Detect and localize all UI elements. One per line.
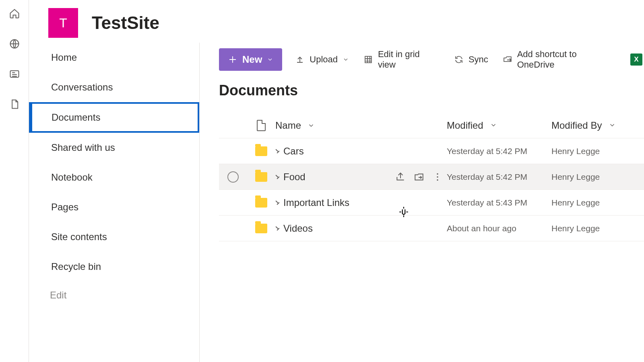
modified-cell: Yesterday at 5:43 PM <box>447 198 551 208</box>
modifiedby-cell: Henry Legge <box>551 146 644 156</box>
document-list: Name Modified Modified By <box>219 113 644 241</box>
svg-point-3 <box>437 173 438 174</box>
content-area: New Upload Edit in grid view Sync <box>200 43 644 362</box>
table-row[interactable]: CarsYesterday at 5:42 PMHenry Legge <box>219 138 644 164</box>
plus-icon <box>228 55 237 64</box>
edit-grid-view-label: Edit in grid view <box>378 49 440 70</box>
table-row[interactable]: VideosAbout an hour agoHenry Legge <box>219 216 644 241</box>
item-name[interactable]: Important Links <box>283 197 349 208</box>
modifiedby-column-header[interactable]: Modified By <box>551 120 644 131</box>
link-overlay-icon <box>275 174 281 180</box>
chevron-down-icon <box>343 56 349 63</box>
command-bar: New Upload Edit in grid view Sync <box>219 43 644 82</box>
sync-button-label: Sync <box>469 54 488 65</box>
app-rail <box>0 0 29 362</box>
site-header: T TestSite <box>29 0 644 43</box>
news-icon[interactable] <box>9 68 20 82</box>
link-overlay-icon <box>275 200 281 206</box>
link-overlay-icon <box>275 226 281 231</box>
site-title: TestSite <box>92 13 159 33</box>
modified-column-label: Modified <box>447 120 483 131</box>
nav-item-site-contents[interactable]: Site contents <box>29 222 199 252</box>
link-overlay-icon <box>275 148 281 154</box>
upload-button-label: Upload <box>310 54 338 65</box>
item-name[interactable]: Videos <box>283 223 313 234</box>
name-column-header[interactable]: Name <box>275 120 366 131</box>
add-shortcut-label: Add shortcut to OneDrive <box>517 49 616 70</box>
table-row[interactable]: Important LinksYesterday at 5:43 PMHenry… <box>219 190 644 216</box>
move-to-icon[interactable] <box>414 172 424 182</box>
chevron-down-icon <box>609 121 616 129</box>
upload-icon <box>295 55 305 64</box>
nav-item-notebook[interactable]: Notebook <box>29 162 199 192</box>
nav-edit-link[interactable]: Edit <box>29 282 199 301</box>
site-tile[interactable]: T <box>48 8 78 38</box>
page-title: Documents <box>219 82 644 99</box>
modified-cell: Yesterday at 5:42 PM <box>447 172 551 182</box>
folder-icon <box>255 146 267 156</box>
nav-item-shared-with-us[interactable]: Shared with us <box>29 133 199 162</box>
modifiedby-cell: Henry Legge <box>551 198 644 208</box>
folder-icon <box>255 198 267 208</box>
new-button[interactable]: New <box>219 48 282 71</box>
export-excel-button[interactable]: X <box>629 51 644 68</box>
nav-item-home[interactable]: Home <box>29 43 199 72</box>
nav-item-documents[interactable]: Documents <box>29 102 199 133</box>
nav-item-pages[interactable]: Pages <box>29 192 199 222</box>
folder-icon <box>255 172 267 182</box>
name-column-label: Name <box>275 120 301 131</box>
modified-cell: About an hour ago <box>447 224 551 233</box>
table-row[interactable]: FoodYesterday at 5:42 PMHenry Legge <box>219 164 644 190</box>
type-column-header[interactable] <box>247 120 275 131</box>
chevron-down-icon <box>308 122 315 129</box>
item-name[interactable]: Cars <box>283 146 304 157</box>
files-icon[interactable] <box>9 99 20 112</box>
select-circle[interactable] <box>227 171 239 183</box>
nav-item-conversations[interactable]: Conversations <box>29 72 199 102</box>
svg-point-4 <box>437 176 438 177</box>
chevron-down-icon <box>267 56 273 63</box>
left-nav: HomeConversationsDocumentsShared with us… <box>29 43 200 362</box>
modified-column-header[interactable]: Modified <box>447 120 551 131</box>
modified-cell: Yesterday at 5:42 PM <box>447 146 551 156</box>
shortcut-icon <box>503 55 512 64</box>
sync-button[interactable]: Sync <box>452 52 490 67</box>
svg-rect-2 <box>365 56 372 63</box>
table-header: Name Modified Modified By <box>219 113 644 138</box>
home-icon[interactable] <box>9 8 20 21</box>
new-button-label: New <box>242 54 262 65</box>
svg-point-5 <box>437 179 438 180</box>
sync-icon <box>454 55 464 64</box>
grid-icon <box>363 55 373 64</box>
app-main: T TestSite HomeConversationsDocumentsSha… <box>29 0 644 362</box>
folder-icon <box>255 224 267 233</box>
upload-button[interactable]: Upload <box>293 52 351 67</box>
modifiedby-column-label: Modified By <box>551 120 602 131</box>
modifiedby-cell: Henry Legge <box>551 224 644 233</box>
nav-item-recycle-bin[interactable]: Recycle bin <box>29 252 199 282</box>
add-shortcut-button[interactable]: Add shortcut to OneDrive <box>501 47 617 72</box>
modifiedby-cell: Henry Legge <box>551 172 644 182</box>
edit-grid-view-button[interactable]: Edit in grid view <box>362 47 441 72</box>
chevron-down-icon <box>490 121 497 129</box>
more-actions-icon[interactable] <box>432 172 443 182</box>
file-type-icon <box>257 120 266 131</box>
excel-icon: X <box>630 53 642 66</box>
share-icon[interactable] <box>395 172 406 182</box>
item-name[interactable]: Food <box>283 171 305 183</box>
globe-icon[interactable] <box>9 38 20 51</box>
